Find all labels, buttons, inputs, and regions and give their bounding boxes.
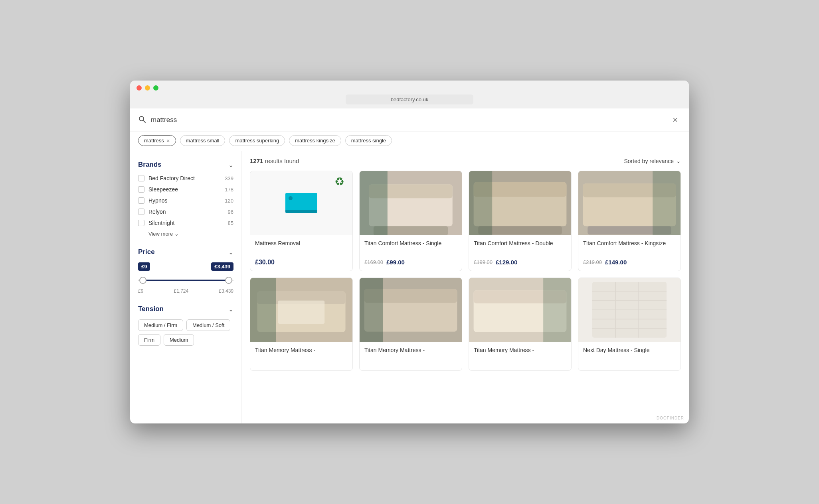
product-name: Titan Memory Mattress - (364, 346, 457, 362)
tension-tag-medium-soft[interactable]: Medium / Soft (186, 319, 230, 331)
price-filter-section: Price ⌄ £9 £3,439 £9 (138, 248, 233, 294)
brand-checkbox-relyon[interactable] (138, 209, 144, 215)
product-card-titan-memory-2[interactable]: Titan Memory Mattress - (359, 278, 462, 371)
price-min-bubble: £9 (138, 262, 150, 271)
svg-rect-25 (360, 278, 383, 342)
chip-remove-icon[interactable]: × (166, 138, 170, 144)
view-more-button[interactable]: View more ⌄ (148, 231, 233, 237)
brands-filter-section: Brands ⌄ Bed Factory Direct 339 Sleepeez… (138, 161, 233, 237)
tension-filter-title: Tension (138, 305, 164, 313)
url-input[interactable] (346, 94, 473, 104)
suggestion-chip-single[interactable]: mattress single (345, 135, 392, 146)
product-grid: ♻ Mattress Removal £30.00 (250, 171, 681, 371)
brand-count: 178 (225, 187, 233, 193)
brand-count: 96 (228, 209, 233, 215)
brand-checkbox-bed-factory[interactable] (138, 175, 144, 181)
product-name: Titan Comfort Mattress - Single (364, 240, 457, 256)
suggestion-chip-small[interactable]: mattress small (180, 135, 226, 146)
tension-chevron-icon: ⌄ (228, 305, 233, 313)
tension-tags: Medium / Firm Medium / Soft Firm Medium (138, 319, 233, 346)
brands-filter-title: Brands (138, 161, 162, 169)
view-more-chevron-icon: ⌄ (174, 231, 179, 237)
browser-window: × mattress × mattress small mattress sup… (130, 81, 689, 423)
brand-item-sleepeezee: Sleepeezee 178 (138, 186, 233, 193)
product-name: Titan Memory Mattress - (255, 346, 348, 362)
tension-tag-firm[interactable]: Firm (138, 334, 160, 346)
product-card-next-day-single[interactable]: Next Day Mattress - Single (578, 278, 681, 371)
product-info-next-day: Next Day Mattress - Single (578, 342, 681, 370)
doofinder-watermark: DOOFINDER (657, 416, 684, 420)
results-label: results found (265, 158, 299, 164)
svg-line-1 (143, 120, 145, 122)
tension-filter-section: Tension ⌄ Medium / Firm Medium / Soft Fi… (138, 305, 233, 346)
suggestion-chip-kingsize[interactable]: mattress kingsize (289, 135, 341, 146)
price-bubbles: £9 £3,439 (138, 262, 233, 271)
product-card-titan-kingsize[interactable]: Titan Comfort Mattress - Kingsize £219.0… (578, 171, 681, 271)
brand-count: 85 (228, 220, 233, 226)
price-labels: £9 £1,724 £3,439 (138, 288, 233, 294)
product-image-next-day (578, 278, 681, 342)
product-card-titan-memory-3[interactable]: Titan Memory Mattress - (469, 278, 572, 371)
brand-item-silentnight: Silentnight 85 (138, 220, 233, 226)
brand-checkbox-sleepeezee[interactable] (138, 186, 144, 193)
price-filter-title: Price (138, 248, 155, 256)
range-thumb-min[interactable] (139, 277, 146, 284)
results-header: 1271 results found Sorted by relevance ⌄ (250, 158, 681, 164)
close-button[interactable]: × (669, 113, 681, 127)
traffic-light-green[interactable] (153, 85, 158, 91)
product-image-titan-single (360, 171, 462, 235)
sidebar: Brands ⌄ Bed Factory Direct 339 Sleepeez… (130, 151, 242, 423)
price-label-max: £3,439 (219, 288, 233, 294)
traffic-light-yellow[interactable] (145, 85, 150, 91)
product-name: Titan Memory Mattress - (474, 346, 566, 362)
product-card-titan-single[interactable]: Titan Comfort Mattress - Single £169.00 … (359, 171, 462, 271)
tension-tag-medium-firm[interactable]: Medium / Firm (138, 319, 183, 331)
product-image-removal: ♻ (250, 171, 352, 235)
product-info-titan-memory-3: Titan Memory Mattress - (469, 342, 571, 370)
brand-count: 339 (225, 175, 233, 181)
suggestion-chip-mattress[interactable]: mattress × (138, 135, 176, 146)
suggestions-row: mattress × mattress small mattress super… (130, 132, 689, 151)
price-range-slider[interactable] (138, 276, 233, 285)
brand-name: Silentnight (148, 220, 224, 226)
price-label-mid: £1,724 (174, 288, 188, 294)
search-input[interactable] (151, 116, 665, 124)
price-sale: £149.00 (605, 259, 627, 266)
address-bar (136, 94, 682, 108)
sort-button[interactable]: Sorted by relevance ⌄ (624, 158, 681, 164)
suggestion-chip-superking[interactable]: mattress superking (229, 135, 285, 146)
product-name: Titan Comfort Mattress - Kingsize (583, 240, 676, 256)
svg-rect-16 (653, 171, 681, 235)
price-range: £9 £3,439 £9 £1,724 £3,439 (138, 262, 233, 294)
search-icon (138, 115, 146, 125)
product-card-titan-double[interactable]: Titan Comfort Mattress - Double £199.00 … (469, 171, 572, 271)
chip-label: mattress single (351, 138, 386, 144)
product-image-titan-memory-1 (250, 278, 352, 342)
product-info-titan-memory-1: Titan Memory Mattress - (250, 342, 352, 370)
price-filter-header[interactable]: Price ⌄ (138, 248, 233, 256)
traffic-light-red[interactable] (136, 85, 142, 91)
price-original: £219.00 (583, 259, 602, 265)
product-card-titan-memory-1[interactable]: Titan Memory Mattress - (250, 278, 353, 371)
recycle-icon: ♻ (334, 175, 344, 188)
brand-checkbox-silentnight[interactable] (138, 220, 144, 226)
brand-item-relyon: Relyon 96 (138, 209, 233, 215)
product-info-titan-double: Titan Comfort Mattress - Double £199.00 … (469, 235, 571, 270)
price-row: £169.00 £99.00 (364, 259, 457, 266)
brand-name: Hypnos (148, 197, 221, 204)
product-name: Mattress Removal (255, 240, 348, 256)
range-thumb-max[interactable] (225, 277, 232, 284)
product-name: Next Day Mattress - Single (583, 346, 676, 362)
brand-checkbox-hypnos[interactable] (138, 197, 144, 204)
price-row: £199.00 £129.00 (474, 259, 566, 266)
traffic-lights (136, 85, 682, 91)
product-info-titan-kingsize: Titan Comfort Mattress - Kingsize £219.0… (578, 235, 681, 270)
product-info-removal: Mattress Removal £30.00 (250, 235, 352, 271)
results-number: 1271 (250, 158, 263, 164)
tension-filter-header[interactable]: Tension ⌄ (138, 305, 233, 313)
brands-filter-header[interactable]: Brands ⌄ (138, 161, 233, 169)
main-content: Brands ⌄ Bed Factory Direct 339 Sleepeez… (130, 151, 689, 423)
removal-illustration: ♻ (250, 171, 352, 235)
product-card-removal[interactable]: ♻ Mattress Removal £30.00 (250, 171, 353, 271)
tension-tag-medium[interactable]: Medium (164, 334, 194, 346)
